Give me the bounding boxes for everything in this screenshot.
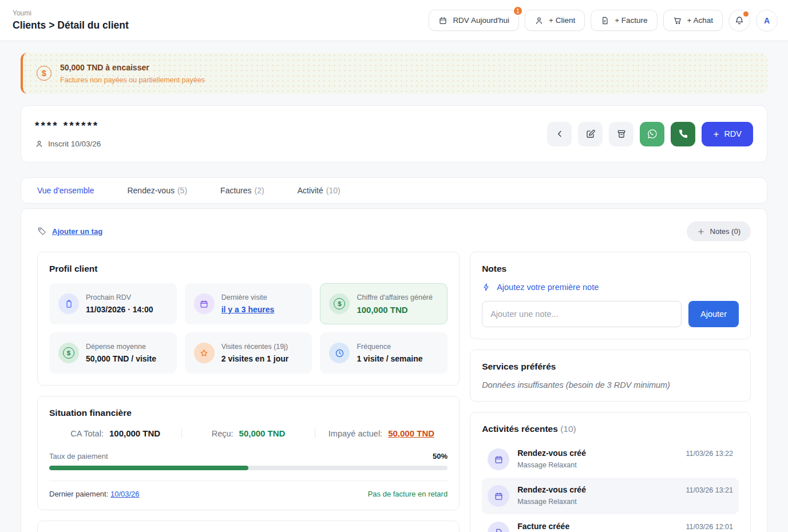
notes-count-button[interactable]: Notes (0) [687,221,751,241]
activity-row[interactable]: Rendez-vous créé Massage Relaxant 11/03/… [482,441,739,478]
alert-title: 50,000 TND à encaisser [60,63,205,72]
avatar-letter: A [764,16,770,25]
rdv-today-label: RDV Aujourd'hui [453,16,509,25]
stat-value: 50,000 TND / visite [86,354,156,363]
dollar-icon: $ [37,66,52,81]
stat-value: 2 visites en 1 jour [221,354,289,363]
calendar-icon [488,448,509,470]
activities-count: (10) [560,424,576,434]
activities-title: Activités récentes [482,424,558,434]
payment-rate-bar [49,466,448,470]
last-visit-link[interactable]: il y a 3 heures [221,305,275,314]
top-bar: Youmi Clients > Détail du client RDV Auj… [0,0,788,41]
client-registered-date: Inscrit 10/03/26 [48,140,101,148]
tab-count: (2) [255,186,264,195]
last-payment-date-link[interactable]: 10/03/26 [110,490,140,498]
stat-label: Fréquence [357,343,422,351]
phone-icon [678,129,688,139]
unpaid-label: Impayé actuel: [328,429,382,438]
tab-invoices[interactable]: Factures (2) [220,186,264,195]
edit-client-button[interactable] [578,122,603,146]
stat-label: Chiffre d'affaires généré [357,293,433,301]
services-empty-text: Données insuffisantes (besoin de 3 RDV m… [482,380,739,390]
first-note-label: Ajoutez votre première note [497,283,599,292]
client-summary-card: **** ****** Inscrit 10/03/26 [21,105,767,162]
stat-value: 1 visite / semaine [357,354,422,363]
top-actions: RDV Aujourd'hui 1 + Client + Facture + A… [429,10,778,31]
add-purchase-button[interactable]: + Achat [663,10,723,31]
financial-title: Situation financière [49,408,448,418]
new-rdv-label: RDV [724,129,742,138]
client-identity: **** ****** Inscrit 10/03/26 [35,120,101,148]
unpaid-value-link[interactable]: 50,000 TND [388,428,434,438]
alert-text: 50,000 TND à encaisser Factures non payé… [60,63,205,84]
preferred-services-panel: Services préférés Données insuffisantes … [470,350,751,402]
overview-content: Ajouter un tag Notes (0) Profil client [21,208,767,532]
received-value: 50,000 TND [239,428,286,438]
activity-subtitle: Massage Relaxant [517,461,678,469]
unpaid-alert-banner[interactable]: $ 50,000 TND à encaisser Factures non pa… [21,53,767,94]
tab-appointments[interactable]: Rendez-vous (5) [127,186,187,195]
notification-dot [743,11,749,17]
back-button[interactable] [547,122,572,146]
financial-panel: Situation financière CA Total: 100,000 T… [37,396,460,510]
archive-icon [616,129,627,139]
tab-bar: Vue d'ensemble Rendez-vous (5) Factures … [21,177,767,204]
tab-label: Vue d'ensemble [37,186,94,195]
tab-label: Activité [298,186,323,195]
add-tag-label: Ajouter un tag [52,227,102,236]
add-invoice-button[interactable]: + Facture [591,10,657,31]
clock-icon [329,343,350,363]
note-input[interactable] [482,301,682,327]
activity-title: Facture créée [517,522,678,531]
stat-label: Prochain RDV [86,293,153,301]
tab-count: (10) [326,186,340,195]
add-note-button[interactable]: Ajouter [688,301,739,327]
stat-frequency: Fréquence 1 visite / semaine [320,332,448,374]
ca-total-value: 100,000 TND [109,428,160,438]
person-icon [35,140,43,148]
stat-label: Dépense moyenne [86,343,156,351]
activity-row[interactable]: Rendez-vous créé Massage Relaxant 11/03/… [482,478,739,514]
tab-count: (5) [177,186,187,195]
last-payment: Dernier paiement: 10/03/26 [49,490,140,498]
edit-icon [585,129,596,139]
client-actions: + RDV [547,122,753,146]
alert-subtitle: Factures non payées ou partiellement pay… [60,76,205,84]
avatar[interactable]: A [756,10,778,31]
notifications-button[interactable] [728,10,750,31]
payment-rate-fill [49,466,248,470]
stat-value: 11/03/2026 · 14:00 [86,305,153,314]
client-profile-panel: Profil client Prochain RDV 11/03/2026 · … [37,252,460,386]
first-note-link[interactable]: Ajoutez votre première note [482,283,599,292]
stat-last-visit: Dernière visite il y a 3 heures [185,283,312,324]
last-payment-label: Dernier paiement: [49,490,108,498]
bell-icon [734,15,745,26]
add-tag-link[interactable]: Ajouter un tag [37,227,102,236]
whatsapp-button[interactable] [640,122,664,146]
activity-title: Rendez-vous créé [517,448,678,458]
chevron-left-icon [555,129,565,139]
plus-icon [697,228,705,236]
call-button[interactable] [671,122,695,146]
recent-activities-panel: Activités récentes (10) Rendez-vous créé… [470,412,751,532]
activity-subtitle: Massage Relaxant [517,498,678,506]
notes-title: Notes [482,264,739,274]
tab-activity[interactable]: Activité (10) [298,186,340,195]
activity-time: 11/03/26 13:22 [686,450,733,458]
new-rdv-button[interactable]: + RDV [702,122,753,146]
tab-label: Rendez-vous [127,186,175,195]
activity-time: 11/03/26 12:01 [686,523,733,531]
client-masked-name: **** ****** [35,120,101,132]
archive-client-button[interactable] [609,122,633,146]
payment-rate-percent: 50% [433,452,448,460]
rdv-today-button[interactable]: RDV Aujourd'hui 1 [429,10,519,31]
stat-revenue: $ Chiffre d'affaires généré 100,000 TND [320,283,448,324]
right-column: Notes Ajoutez votre première note Ajoute… [470,252,751,532]
services-title: Services préférés [482,362,739,372]
tab-overview[interactable]: Vue d'ensemble [37,186,94,195]
profile-title: Profil client [49,264,448,274]
activity-row[interactable]: Facture créée 11/03/26 12:01 [482,514,739,532]
add-client-button[interactable]: + Client [525,10,585,31]
add-client-label: + Client [549,16,575,25]
